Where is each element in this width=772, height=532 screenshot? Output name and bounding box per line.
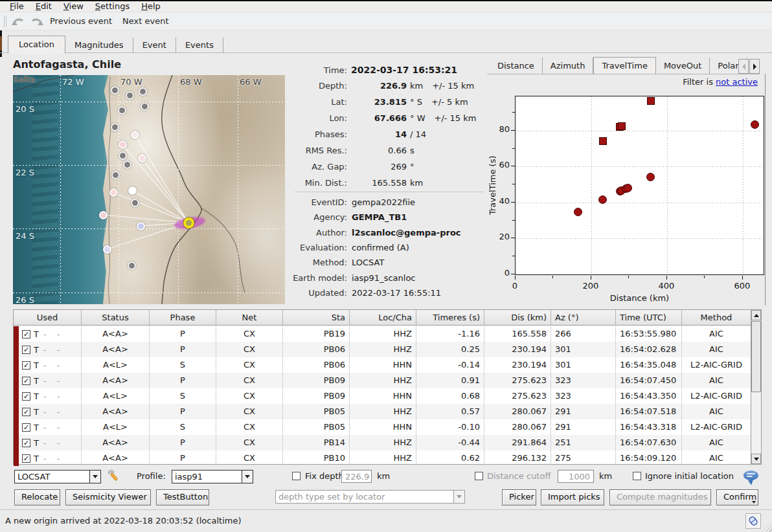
column-header-time-utc[interactable]: Time (UTC) [616,310,682,326]
station-marker[interactable] [137,222,145,230]
traveltime-plot[interactable] [515,96,764,275]
used-checkbox[interactable]: ✓ [22,439,30,447]
station-marker[interactable] [111,171,120,179]
station-marker[interactable] [123,161,131,169]
plot-tab-moveout[interactable]: MoveOut [656,58,710,74]
s-arrival-point[interactable] [599,137,607,145]
used-checkbox[interactable]: ✓ [22,346,30,354]
station-marker[interactable] [111,86,119,94]
next-event-icon[interactable] [28,16,44,27]
arrival-row-pb05-p[interactable]: ✓T- -A<A>PCXPB05HHZ0.57280.06729116:54:0… [14,404,751,419]
arrival-row-pb06-p[interactable]: ✓T- -A<A>PCXPB06HHZ0.25230.19430116:54:0… [14,342,751,357]
scroll-up-button[interactable] [751,310,761,320]
tab-events[interactable]: Events [176,38,223,53]
station-marker[interactable] [99,211,108,219]
station-marker[interactable] [126,91,134,100]
previous-event-icon[interactable] [11,16,27,27]
station-marker[interactable] [139,87,147,96]
scrollbar-thumb[interactable] [751,321,761,392]
arrival-row-pb06-s[interactable]: ✓T- -A<L>SCXPB06HHN-0.14230.19430116:54:… [14,357,751,373]
column-header-used[interactable]: Used [14,310,82,326]
s-arrival-point[interactable] [647,97,655,105]
locator-select[interactable]: LOCSAT [14,470,101,483]
menu-settings[interactable]: Settings [89,1,135,12]
station-marker[interactable] [138,154,146,162]
column-header-az[interactable]: Az (°) [551,310,616,326]
ignore-initial-location-checkbox[interactable] [633,472,641,480]
station-marker[interactable] [103,245,111,254]
window-resize-grip[interactable] [762,522,772,532]
arrival-row-pb09-s[interactable]: ✓T- -A<L>SCXPB09HHN0.68275.62332316:54:4… [14,388,751,404]
filter-toggle-link[interactable]: not active [716,77,758,87]
profile-select[interactable]: iasp91 [172,470,253,483]
station-marker[interactable] [119,140,127,149]
distance-cutoff-input[interactable]: 1000 [558,470,594,483]
column-header-status[interactable]: Status [82,310,150,326]
epicenter-marker[interactable] [183,217,194,228]
arrival-row-pb14-p[interactable]: ✓T- -A<A>PCXPB14HHZ-0.44291.86425116:54:… [14,435,751,450]
menu-help[interactable]: Help [135,1,166,12]
next-event-button[interactable]: Next event [119,16,175,26]
arrivals-table-scrollbar[interactable] [751,310,761,464]
tab-scroll-right-button[interactable] [749,59,760,74]
distance-cutoff-checkbox[interactable] [475,472,483,480]
column-header-net[interactable]: Net [216,310,283,326]
used-checkbox[interactable]: ✓ [22,377,30,385]
fix-depth-input[interactable]: 226.9 [341,470,372,483]
column-header-loc-cha[interactable]: Loc/Cha [350,310,416,326]
comment-bubble-icon[interactable] [744,471,758,480]
used-checkbox[interactable]: ✓ [22,408,30,416]
picker-button[interactable]: Picker [502,489,536,505]
s-arrival-point[interactable] [618,122,626,130]
used-checkbox[interactable]: ✓ [22,423,30,432]
station-marker[interactable] [128,186,137,195]
arrival-row-pb09-p[interactable]: ✓T- -A<A>PCXPB09HHZ0.91275.62332316:54:0… [14,373,751,388]
tab-location[interactable]: Location [8,36,65,54]
previous-event-button[interactable]: Previous event [46,16,119,26]
station-marker[interactable] [141,102,149,111]
station-marker[interactable] [109,188,118,197]
p-arrival-point[interactable] [646,173,655,181]
test-button[interactable]: TestButton [156,489,209,505]
tab-event[interactable]: Event [133,38,176,53]
column-header-method[interactable]: Method [682,310,751,326]
menu-edit[interactable]: Edit [30,1,58,12]
column-header-phase[interactable]: Phase [150,310,216,326]
scroll-down-button[interactable] [751,454,761,464]
used-checkbox[interactable]: ✓ [22,330,30,338]
profile-select-arrow[interactable] [242,471,253,483]
p-arrival-point[interactable] [574,208,582,216]
station-marker[interactable] [128,261,136,270]
plot-tab-traveltime[interactable]: TravelTime [593,57,655,74]
column-header-timeres-s[interactable]: Timeres (s) [416,310,484,326]
locator-select-arrow[interactable] [89,471,100,483]
database-status-button[interactable] [745,513,761,529]
arrival-row-pb10-p[interactable]: ✓T- -A<A>PCXPB10HHZ0.62296.13227516:54:0… [14,450,751,466]
used-checkbox[interactable]: ✓ [22,361,30,370]
arrival-row-pb05-s[interactable]: ✓T- -A<L>SCXPB05HHN-0.10280.06729116:54:… [14,419,751,435]
station-marker[interactable] [131,199,139,207]
toolbar-drag-handle[interactable] [4,16,6,27]
station-marker[interactable] [131,131,139,139]
station-marker[interactable] [119,151,127,160]
used-checkbox[interactable]: ✓ [22,392,30,401]
location-map[interactable]: 72 W70 W68 W66 W20 S22 S24 S26 S Salta [13,75,285,304]
tab-scroll-left-button[interactable] [738,59,749,74]
p-arrival-point[interactable] [624,184,632,192]
column-header-sta[interactable]: Sta [283,310,350,326]
locator-settings-wrench-icon[interactable] [108,469,120,482]
seismicity-viewer-button[interactable]: Seismicity Viewer [65,489,151,505]
relocate-button[interactable]: Relocate [14,489,60,505]
tab-magnitudes[interactable]: Magnitudes [65,38,133,53]
menu-file[interactable]: File [4,1,30,12]
p-arrival-point[interactable] [751,120,759,129]
menu-view[interactable]: View [58,1,89,12]
station-marker[interactable] [118,106,126,115]
fix-depth-checkbox[interactable] [292,472,301,480]
used-checkbox[interactable]: ✓ [22,454,30,463]
plot-tab-azimuth[interactable]: Azimuth [543,58,594,74]
column-header-dis-km[interactable]: Dis (km) [484,310,551,326]
import-picks-button[interactable]: Import picks [541,489,604,505]
station-marker[interactable] [111,123,119,131]
arrival-row-pb19-p[interactable]: ✓T- -A<A>PCXPB19HHZ-1.16165.55826616:53:… [14,326,751,342]
